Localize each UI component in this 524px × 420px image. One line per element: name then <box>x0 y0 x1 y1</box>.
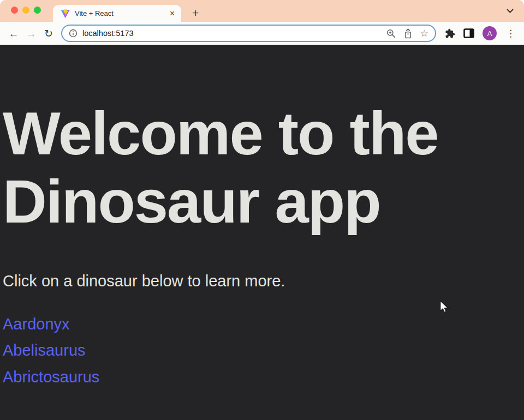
new-tab-button[interactable]: + <box>190 7 201 19</box>
zoom-in-icon[interactable] <box>386 29 396 38</box>
page-subtitle: Click on a dinosaur below to learn more. <box>3 270 521 292</box>
dinosaur-link-aardonyx[interactable]: Aardonyx <box>3 316 70 333</box>
toolbar-actions: A ⋮ <box>445 26 516 40</box>
mouse-cursor <box>438 300 450 313</box>
browser-tab[interactable]: Vite + React × <box>53 5 181 22</box>
zoom-window-button[interactable] <box>34 7 41 14</box>
profile-avatar[interactable]: A <box>483 26 497 40</box>
dinosaur-link-list: Aardonyx Abelisaurus Abrictosaurus <box>3 316 521 387</box>
site-info-icon[interactable] <box>69 29 78 38</box>
browser-toolbar: ← → ↻ localhost:5173 <box>0 22 524 45</box>
tab-close-icon[interactable]: × <box>169 9 176 18</box>
dinosaur-link-abelisaurus[interactable]: Abelisaurus <box>3 342 86 359</box>
minimize-window-button[interactable] <box>22 7 29 14</box>
share-icon[interactable] <box>404 28 412 39</box>
omnibox-actions: ☆ <box>386 28 428 39</box>
url-text[interactable]: localhost:5173 <box>82 29 382 38</box>
vite-favicon-icon <box>61 9 70 18</box>
dinosaur-link-abrictosaurus[interactable]: Abrictosaurus <box>3 369 99 386</box>
bookmark-star-icon[interactable]: ☆ <box>420 29 428 38</box>
extensions-puzzle-icon[interactable] <box>445 28 455 39</box>
traffic-lights <box>11 7 41 14</box>
back-icon[interactable]: ← <box>5 28 22 39</box>
address-bar[interactable]: localhost:5173 ☆ <box>61 25 436 42</box>
page-title: Welcome to the Dinosaur app <box>3 99 516 236</box>
forward-icon[interactable]: → <box>23 28 39 39</box>
side-panel-icon[interactable] <box>463 28 474 38</box>
browser-menu-icon[interactable]: ⋮ <box>505 29 516 38</box>
tab-title: Vite + React <box>75 9 164 17</box>
browser-window: Vite + React × + ← → ↻ localhost:5173 <box>0 0 524 420</box>
tab-strip: Vite + React × + <box>0 0 524 22</box>
close-window-button[interactable] <box>11 7 18 14</box>
tab-search-chevron-icon[interactable] <box>507 9 514 14</box>
page-viewport: Welcome to the Dinosaur app Click on a d… <box>0 45 524 420</box>
profile-initial: A <box>487 29 492 38</box>
reload-icon[interactable]: ↻ <box>40 28 57 39</box>
